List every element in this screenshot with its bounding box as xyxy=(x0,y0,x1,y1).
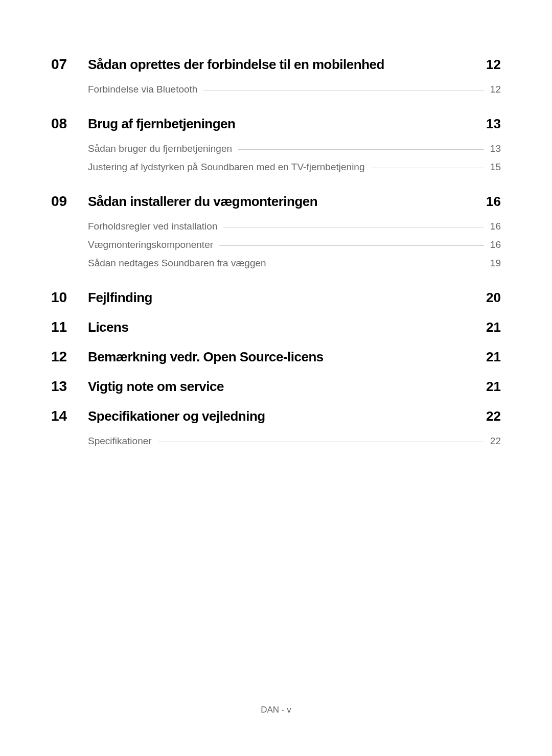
sub-title: Sådan nedtages Soundbaren fra væggen xyxy=(88,258,266,269)
table-of-contents: 07 Sådan oprettes der forbindelse til en… xyxy=(51,56,501,454)
section-title: Licens xyxy=(88,319,128,335)
toc-section: 11 Licens 21 xyxy=(51,319,501,335)
section-title: Sådan installerer du vægmonteringen xyxy=(88,194,317,210)
section-content: Brug af fjernbetjeningen 13 Sådan bruger… xyxy=(88,116,501,180)
toc-section: 10 Fejlfinding 20 xyxy=(51,289,501,306)
section-content: Sådan oprettes der forbindelse til en mo… xyxy=(88,57,501,102)
section-title: Specifikationer og vejledning xyxy=(88,408,265,424)
section-content: Licens 21 xyxy=(88,319,501,335)
sub-title: Forbindelse via Bluetooth xyxy=(88,84,197,95)
section-page: 12 xyxy=(486,57,501,73)
sub-item: Vægmonteringskomponenter 16 xyxy=(88,239,501,250)
sub-title: Sådan bruger du fjernbetjeningen xyxy=(88,143,232,154)
toc-section: 13 Vigtig note om service 21 xyxy=(51,378,501,395)
section-header: Licens 21 xyxy=(88,319,501,335)
sub-item: Sådan nedtages Soundbaren fra væggen 19 xyxy=(88,258,501,269)
section-number: 12 xyxy=(51,349,88,365)
section-title: Sådan oprettes der forbindelse til en mo… xyxy=(88,57,384,73)
section-header: Brug af fjernbetjeningen 13 xyxy=(88,116,501,132)
section-row: 10 Fejlfinding 20 xyxy=(51,289,501,306)
sub-item: Sådan bruger du fjernbetjeningen 13 xyxy=(88,143,501,154)
toc-section: 07 Sådan oprettes der forbindelse til en… xyxy=(51,56,501,102)
section-page: 22 xyxy=(486,408,501,424)
section-number: 08 xyxy=(51,116,88,132)
sub-page: 16 xyxy=(490,239,501,250)
section-row: 09 Sådan installerer du vægmonteringen 1… xyxy=(51,193,501,276)
leader-line xyxy=(223,227,484,227)
leader-line xyxy=(272,264,484,264)
sub-page: 15 xyxy=(490,162,501,173)
section-row: 14 Specifikationer og vejledning 22 Spec… xyxy=(51,408,501,454)
section-header: Fejlfinding 20 xyxy=(88,290,501,306)
section-header: Specifikationer og vejledning 22 xyxy=(88,408,501,424)
section-number: 14 xyxy=(51,408,88,424)
section-title: Bemærkning vedr. Open Source-licens xyxy=(88,349,324,365)
section-page: 20 xyxy=(486,290,501,306)
sub-page: 22 xyxy=(490,436,501,447)
section-row: 13 Vigtig note om service 21 xyxy=(51,378,501,395)
section-number: 09 xyxy=(51,193,88,210)
sub-title: Specifikationer xyxy=(88,436,152,447)
sub-item: Justering af lydstyrken på Soundbaren me… xyxy=(88,162,501,173)
section-header: Bemærkning vedr. Open Source-licens 21 xyxy=(88,349,501,365)
section-header: Vigtig note om service 21 xyxy=(88,379,501,395)
leader-line xyxy=(158,442,484,442)
sub-item: Specifikationer 22 xyxy=(88,436,501,447)
section-row: 11 Licens 21 xyxy=(51,319,501,335)
leader-line xyxy=(203,90,484,90)
section-row: 08 Brug af fjernbetjeningen 13 Sådan bru… xyxy=(51,116,501,180)
sub-item: Forholdsregler ved installation 16 xyxy=(88,221,501,232)
leader-line xyxy=(371,168,484,168)
section-content: Sådan installerer du vægmonteringen 16 F… xyxy=(88,194,501,276)
section-content: Bemærkning vedr. Open Source-licens 21 xyxy=(88,349,501,365)
section-number: 10 xyxy=(51,289,88,306)
sub-title: Vægmonteringskomponenter xyxy=(88,239,213,250)
section-page: 16 xyxy=(486,194,501,210)
section-content: Vigtig note om service 21 xyxy=(88,379,501,395)
section-title: Fejlfinding xyxy=(88,290,152,306)
section-page: 21 xyxy=(486,349,501,365)
section-number: 11 xyxy=(51,319,88,335)
sub-title: Forholdsregler ved installation xyxy=(88,221,217,232)
toc-section: 09 Sådan installerer du vægmonteringen 1… xyxy=(51,193,501,276)
section-content: Specifikationer og vejledning 22 Specifi… xyxy=(88,408,501,454)
section-title: Brug af fjernbetjeningen xyxy=(88,116,235,132)
sub-page: 16 xyxy=(490,221,501,232)
leader-line xyxy=(219,245,484,246)
toc-section: 08 Brug af fjernbetjeningen 13 Sådan bru… xyxy=(51,116,501,180)
section-page: 13 xyxy=(486,116,501,132)
toc-section: 14 Specifikationer og vejledning 22 Spec… xyxy=(51,408,501,454)
section-number: 07 xyxy=(51,56,88,73)
sub-page: 19 xyxy=(490,258,501,269)
sub-page: 12 xyxy=(490,84,501,95)
section-page: 21 xyxy=(486,379,501,395)
sub-item: Forbindelse via Bluetooth 12 xyxy=(88,84,501,95)
section-row: 07 Sådan oprettes der forbindelse til en… xyxy=(51,56,501,102)
section-content: Fejlfinding 20 xyxy=(88,290,501,306)
section-row: 12 Bemærkning vedr. Open Source-licens 2… xyxy=(51,349,501,365)
sub-title: Justering af lydstyrken på Soundbaren me… xyxy=(88,162,364,173)
leader-line xyxy=(238,149,484,150)
page-footer: DAN - v xyxy=(0,705,552,715)
sub-page: 13 xyxy=(490,143,501,154)
section-title: Vigtig note om service xyxy=(88,379,224,395)
section-number: 13 xyxy=(51,378,88,395)
section-header: Sådan installerer du vægmonteringen 16 xyxy=(88,194,501,210)
section-header: Sådan oprettes der forbindelse til en mo… xyxy=(88,57,501,73)
section-page: 21 xyxy=(486,319,501,335)
toc-section: 12 Bemærkning vedr. Open Source-licens 2… xyxy=(51,349,501,365)
